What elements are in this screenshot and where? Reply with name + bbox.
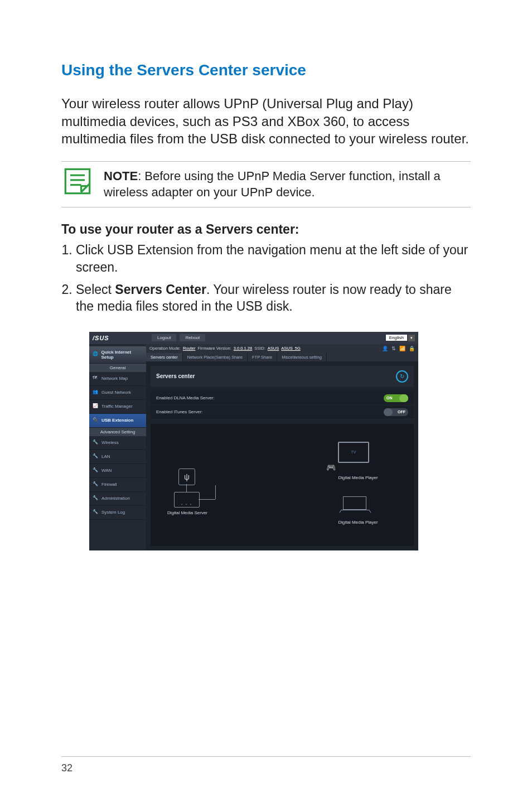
tv-icon: TV	[338, 442, 369, 463]
dlna-label: Enabled DLNA Media Server:	[156, 395, 215, 400]
dmp1-label: Digital Media Player	[325, 475, 391, 480]
reboot-button[interactable]: Reboot	[180, 334, 205, 341]
users-icon: 👥	[93, 389, 99, 396]
steps-list: Click USB Extension from the navigation …	[61, 241, 471, 315]
sidebar-wan-label: WAN	[101, 468, 112, 473]
step-2-bold: Servers Center	[115, 282, 206, 297]
dmp2-label: Digital Media Player	[325, 520, 391, 525]
tab-ftp[interactable]: FTP Share	[248, 353, 277, 361]
sidebar-header-general: General	[89, 364, 146, 372]
tab-misc[interactable]: Miscellaneous setting	[277, 353, 327, 361]
ssid1-value[interactable]: ASUS	[268, 346, 279, 351]
step-2: Select Servers Center. Your wireless rou…	[76, 281, 471, 315]
sidebar-item-traffic[interactable]: 📈 Traffic Manager	[89, 400, 146, 414]
sidebar-traffic-label: Traffic Manager	[101, 404, 133, 409]
note-body: : Before using the UPnP Media Server fun…	[104, 169, 441, 199]
wifi-icon[interactable]: 📶	[399, 346, 405, 351]
router-screenshot: /SUS Logout Reboot English ▾ 🌐 Quick Int…	[89, 332, 418, 550]
fw-label: Firmware Version:	[197, 346, 231, 351]
wrench-icon: 🔧	[93, 453, 99, 460]
sidebar-firewall-label: Firewall	[101, 482, 117, 487]
chevron-down-icon: ▾	[408, 335, 415, 341]
note-box: NOTE: Before using the UPnP Media Server…	[61, 161, 471, 207]
tab-bar: Servers center Network Place(Samba) Shar…	[146, 353, 418, 361]
sidebar-item-guest[interactable]: 👥 Guest Network	[89, 386, 146, 400]
op-mode-label: Operation Mode:	[149, 346, 181, 351]
wrench-icon: 🔧	[93, 495, 99, 502]
step-1: Click USB Extension from the navigation …	[76, 241, 471, 276]
globe-icon: 🌐	[93, 351, 99, 358]
row-dlna: Enabled DLNA Media Server: ON	[151, 392, 414, 405]
wrench-icon: 🔧	[93, 439, 99, 446]
note-icon	[61, 165, 94, 197]
op-mode-value[interactable]: Router	[183, 346, 196, 351]
dlna-toggle[interactable]: ON	[384, 394, 408, 402]
fw-value[interactable]: 3.0.0.1.28	[234, 346, 252, 351]
ssid-label: SSID:	[254, 346, 265, 351]
map-icon: 🗺	[93, 375, 99, 382]
dlna-toggle-state: ON	[384, 396, 395, 400]
usb-status-icon[interactable]: ⇅	[391, 346, 396, 351]
sidebar-qis-label: Quick Internet Setup	[101, 350, 143, 360]
brand-logo: /SUS	[93, 335, 148, 341]
intro-paragraph: Your wireless router allows UPnP (Univer…	[61, 95, 471, 148]
router-main: Operation Mode: Router Firmware Version:…	[146, 344, 418, 550]
sidebar-item-usb-extension[interactable]: 🔌 USB Extension	[89, 414, 146, 428]
itunes-toggle[interactable]: OFF	[384, 408, 408, 416]
sidebar-syslog-label: System Log	[101, 510, 125, 515]
user-icon[interactable]: 👤	[382, 346, 388, 351]
gauge-icon: 📈	[93, 403, 99, 410]
tab-samba[interactable]: Network Place(Samba) Share	[183, 353, 248, 361]
note-label: NOTE	[104, 169, 138, 183]
logout-button[interactable]: Logout	[152, 334, 176, 341]
step-2-pre: Select	[76, 282, 115, 297]
panel-title: Servers center	[156, 373, 195, 379]
tab-servers-center[interactable]: Servers center	[146, 353, 183, 361]
sidebar-lan-label: LAN	[101, 454, 110, 459]
panel-header: Servers center ↻	[151, 366, 414, 387]
itunes-label: Enabled iTunes Server:	[156, 409, 202, 414]
refresh-icon[interactable]: ↻	[396, 370, 408, 383]
sidebar-item-admin[interactable]: 🔧 Administration	[89, 492, 146, 506]
sidebar-network-map-label: Network Map	[101, 376, 128, 381]
section-title: Using the Servers Center service	[61, 61, 471, 79]
sidebar-item-lan[interactable]: 🔧 LAN	[89, 450, 146, 464]
gamepad-icon: 🎮	[326, 463, 336, 472]
sidebar-item-wan[interactable]: 🔧 WAN	[89, 464, 146, 478]
sidebar-item-network-map[interactable]: 🗺 Network Map	[89, 372, 146, 386]
wrench-icon: 🔧	[93, 509, 99, 516]
wrench-icon: 🔧	[93, 467, 99, 474]
wrench-icon: 🔧	[93, 481, 99, 488]
usb-device-icon: ψ	[178, 468, 195, 485]
server-pc-icon	[174, 492, 200, 508]
sidebar-item-qis[interactable]: 🌐 Quick Internet Setup	[89, 346, 146, 364]
router-sidebar: 🌐 Quick Internet Setup General 🗺 Network…	[89, 344, 146, 550]
sidebar-usb-label: USB Extension	[101, 418, 133, 423]
sidebar-header-advanced: Advanced Setting	[89, 428, 146, 436]
sidebar-item-firewall[interactable]: 🔧 Firewall	[89, 478, 146, 492]
sidebar-admin-label: Administration	[101, 496, 130, 501]
sidebar-wireless-label: Wireless	[101, 440, 119, 445]
page-footer: 32	[61, 756, 471, 774]
language-value: English	[386, 335, 407, 341]
note-text: NOTE: Before using the UPnP Media Server…	[104, 165, 471, 204]
topology-diagram: ψ Digital Media Server TV 🎮 Digital Medi…	[151, 424, 414, 546]
router-topbar: /SUS Logout Reboot English ▾	[89, 332, 418, 344]
dms-label: Digital Media Server	[154, 510, 221, 515]
sub-heading: To use your router as a Servers center:	[61, 222, 471, 237]
language-selector[interactable]: English ▾	[386, 335, 415, 341]
row-itunes: Enabled iTunes Server: OFF	[151, 405, 414, 419]
ssid2-value[interactable]: ASUS_5G	[281, 346, 301, 351]
status-bar: Operation Mode: Router Firmware Version:…	[146, 344, 418, 353]
sidebar-guest-label: Guest Network	[101, 390, 131, 395]
laptop-icon	[341, 496, 368, 513]
svg-rect-0	[65, 169, 89, 193]
settings-panel: Enabled DLNA Media Server: ON Enabled iT…	[151, 392, 414, 419]
sidebar-item-wireless[interactable]: 🔧 Wireless	[89, 436, 146, 450]
lock-icon[interactable]: 🔒	[409, 346, 415, 351]
itunes-toggle-state: OFF	[395, 410, 408, 414]
usb-icon: 🔌	[93, 417, 99, 424]
page-number: 32	[61, 762, 72, 774]
sidebar-item-syslog[interactable]: 🔧 System Log	[89, 506, 146, 520]
